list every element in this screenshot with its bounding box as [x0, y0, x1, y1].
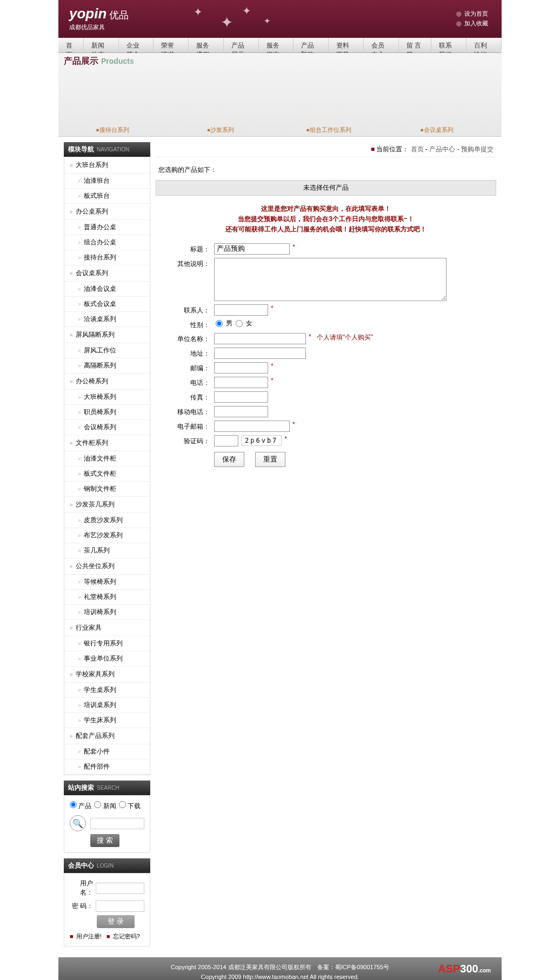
captcha-input[interactable]: [214, 435, 238, 446]
subcategory-item[interactable]: 油漆文件柜: [64, 451, 150, 466]
mobile-input[interactable]: [214, 406, 268, 417]
email-label: 电子邮箱：: [172, 421, 210, 431]
username-label: 用户名：: [70, 879, 93, 897]
captcha-image: 2p6vb7: [241, 435, 282, 446]
subcategory-item[interactable]: 油漆会议桌: [64, 282, 150, 297]
username-input[interactable]: [96, 883, 144, 894]
title-input[interactable]: [214, 243, 290, 255]
subcategory-item[interactable]: 钢制文件柜: [64, 482, 150, 497]
gender-male-radio[interactable]: [216, 320, 223, 327]
search-type-radio[interactable]: [70, 801, 77, 808]
form-notice: 这里是您对产品有购买意向，在此填写表单！ 当您提交预购单以后，我们会在3个工作日…: [156, 204, 496, 235]
sidebar-nav-header: 模块导航NAVIGATION: [64, 142, 150, 157]
selected-products-label: 您选购的产品如下：: [156, 163, 496, 177]
category-item[interactable]: 会议桌系列: [64, 265, 150, 282]
bc-products[interactable]: 产品中心: [429, 145, 455, 153]
zip-input[interactable]: [214, 362, 268, 374]
banner-item[interactable]: ●会议桌系列: [383, 64, 491, 134]
login-header: 会员中心LOGIN: [64, 858, 150, 873]
subcategory-item[interactable]: 茶几系列: [64, 543, 150, 558]
save-button[interactable]: 保存: [214, 452, 244, 467]
category-item[interactable]: 办公椅系列: [64, 374, 150, 390]
contact-input[interactable]: [214, 304, 268, 316]
gender-label: 性别：: [172, 319, 210, 330]
search-input[interactable]: [90, 818, 144, 829]
title-label: 标题：: [172, 243, 210, 254]
addr-input[interactable]: [214, 348, 306, 359]
set-homepage[interactable]: ◎设为首页: [456, 10, 491, 18]
subcategory-item[interactable]: 银行专用系列: [64, 636, 150, 651]
subcategory-item[interactable]: 布艺沙发系列: [64, 528, 150, 543]
subcategory-item[interactable]: 皮质沙发系列: [64, 513, 150, 528]
gender-female-radio[interactable]: [236, 320, 243, 327]
category-item[interactable]: 公共坐位系列: [64, 558, 150, 575]
register-link[interactable]: 用户注册!: [76, 933, 102, 939]
add-favorite[interactable]: ◎加入收藏: [456, 19, 491, 28]
category-item[interactable]: 行业家具: [64, 620, 150, 636]
category-item[interactable]: 屏风隔断系列: [64, 327, 150, 343]
subcategory-item[interactable]: 礼堂椅系列: [64, 590, 150, 605]
subcategory-item[interactable]: 事业单位系列: [64, 651, 150, 666]
category-item[interactable]: 大班台系列: [64, 157, 150, 174]
banner-item[interactable]: ●接待台系列: [58, 64, 166, 134]
header: ✦ ✦ ✦ ✦ yopin优品 成都优品家具 ◎设为首页 ◎加入收藏: [58, 0, 502, 38]
subcategory-item[interactable]: 洽谈桌系列: [64, 312, 150, 327]
no-selection: 未选择任何产品: [156, 180, 496, 196]
phone-label: 电话：: [172, 377, 210, 388]
search-type-radio[interactable]: [94, 801, 101, 808]
subcategory-item[interactable]: 会议椅系列: [64, 420, 150, 435]
category-item[interactable]: 沙发茶几系列: [64, 497, 150, 513]
subcategory-item[interactable]: 学生桌系列: [64, 683, 150, 698]
subcategory-item[interactable]: 等候椅系列: [64, 575, 150, 590]
desc-label: 其他说明：: [172, 258, 210, 269]
login-button[interactable]: 登 录: [97, 915, 135, 928]
banner-item[interactable]: ●沙发系列: [166, 64, 275, 134]
addr-label: 地址：: [172, 348, 210, 358]
bc-home[interactable]: 首页: [411, 145, 424, 153]
category-item[interactable]: 配套产品系列: [64, 728, 150, 744]
subcategory-item[interactable]: 培训桌系列: [64, 698, 150, 713]
footer: Copyright 2005-2014 成都泛美家具有限公司版权所有 备案：蜀I…: [58, 957, 502, 980]
subcategory-item[interactable]: 配套小件: [64, 744, 150, 759]
bc-current: 预购单提交: [461, 145, 494, 153]
subcategory-item[interactable]: 板式会议桌: [64, 297, 150, 312]
subcategory-item[interactable]: 大班椅系列: [64, 390, 150, 405]
subcategory-item[interactable]: 油漆班台: [64, 174, 150, 189]
subcategory-item[interactable]: 学生床系列: [64, 713, 150, 728]
email-input[interactable]: [214, 421, 290, 432]
captcha-label: 验证码：: [172, 435, 210, 446]
search-header: 站内搜索SEARCH: [64, 781, 150, 795]
company-input[interactable]: [214, 333, 306, 344]
company-label: 单位名称：: [172, 333, 210, 344]
subcategory-item[interactable]: 职员椅系列: [64, 405, 150, 420]
password-input[interactable]: [96, 901, 144, 912]
logo: yopin优品 成都优品家具: [69, 5, 129, 31]
search-type-radio[interactable]: [119, 801, 126, 808]
category-item[interactable]: 文件柜系列: [64, 435, 150, 451]
forgot-link[interactable]: 忘记密码?: [113, 933, 140, 939]
subcategory-item[interactable]: 组合办公桌: [64, 235, 150, 250]
fax-input[interactable]: [214, 391, 268, 403]
contact-label: 联系人：: [172, 304, 210, 315]
banner-item[interactable]: ●组合工作位系列: [275, 64, 383, 134]
category-item[interactable]: 办公桌系列: [64, 204, 150, 220]
subcategory-item[interactable]: 普通办公桌: [64, 220, 150, 235]
subcategory-item[interactable]: 板式班台: [64, 189, 150, 204]
subcategory-item[interactable]: 培训椅系列: [64, 605, 150, 620]
search-icon: 🔍: [70, 815, 86, 831]
subcategory-item[interactable]: 板式文件柜: [64, 466, 150, 482]
banner: 产品展示Products ●接待台系列●沙发系列●组合工作位系列●会议桌系列: [58, 53, 502, 137]
category-item[interactable]: 学校家具系列: [64, 666, 150, 683]
reset-button[interactable]: 重置: [255, 452, 285, 467]
fax-label: 传真：: [172, 391, 210, 402]
subcategory-item[interactable]: 接待台系列: [64, 250, 150, 265]
sidebar-nav: 大班台系列油漆班台板式班台办公桌系列普通办公桌组合办公桌接待台系列会议桌系列油漆…: [64, 157, 150, 775]
subcategory-item[interactable]: 配件部件: [64, 759, 150, 775]
subcategory-item[interactable]: 高隔断系列: [64, 358, 150, 374]
phone-input[interactable]: [214, 377, 268, 388]
password-label: 密 码：: [70, 902, 93, 911]
main-nav: 首页新闻动态企业简介荣誉证书服务流程产品展示服务指南产品预购资料下载会员中心留 …: [58, 38, 502, 53]
desc-input[interactable]: [214, 258, 446, 301]
search-button[interactable]: 搜 索: [90, 834, 119, 847]
subcategory-item[interactable]: 屏风工作位: [64, 343, 150, 358]
